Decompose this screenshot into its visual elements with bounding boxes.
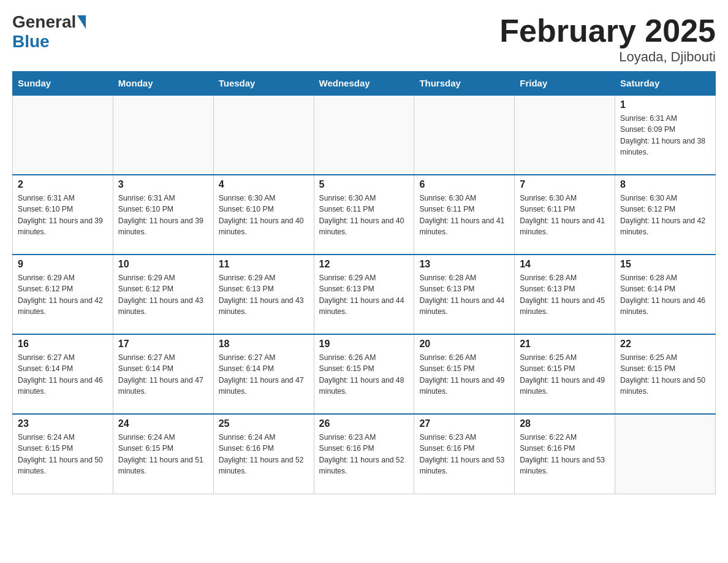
day-header-monday: Monday: [113, 72, 213, 96]
calendar-cell: 1Sunrise: 6:31 AMSunset: 6:09 PMDaylight…: [615, 95, 716, 175]
day-number: 11: [219, 259, 309, 270]
calendar-week-1: 1Sunrise: 6:31 AMSunset: 6:09 PMDaylight…: [13, 95, 716, 175]
calendar-cell: 24Sunrise: 6:24 AMSunset: 6:15 PMDayligh…: [113, 414, 213, 494]
day-number: 8: [620, 179, 710, 190]
calendar-cell: 19Sunrise: 6:26 AMSunset: 6:15 PMDayligh…: [314, 334, 414, 414]
day-info: Sunrise: 6:30 AMSunset: 6:12 PMDaylight:…: [620, 193, 710, 237]
calendar-cell: [113, 95, 213, 175]
day-number: 24: [118, 418, 208, 429]
logo-triangle-icon: [77, 15, 86, 29]
logo: General Blue: [12, 12, 87, 52]
day-header-wednesday: Wednesday: [314, 72, 414, 96]
logo-general-text: General: [12, 12, 76, 32]
calendar-cell: 13Sunrise: 6:28 AMSunset: 6:13 PMDayligh…: [414, 255, 515, 334]
day-number: 23: [18, 418, 108, 429]
day-number: 6: [419, 179, 509, 190]
day-info: Sunrise: 6:25 AMSunset: 6:15 PMDaylight:…: [520, 352, 610, 397]
calendar-cell: 6Sunrise: 6:30 AMSunset: 6:11 PMDaylight…: [414, 175, 515, 255]
day-number: 18: [219, 339, 309, 350]
day-info: Sunrise: 6:28 AMSunset: 6:13 PMDaylight:…: [520, 272, 610, 317]
day-header-tuesday: Tuesday: [213, 72, 314, 96]
calendar-week-3: 9Sunrise: 6:29 AMSunset: 6:12 PMDaylight…: [13, 255, 716, 334]
day-info: Sunrise: 6:31 AMSunset: 6:10 PMDaylight:…: [18, 193, 108, 237]
calendar-cell: 14Sunrise: 6:28 AMSunset: 6:13 PMDayligh…: [515, 255, 615, 334]
calendar-cell: 3Sunrise: 6:31 AMSunset: 6:10 PMDaylight…: [113, 175, 213, 255]
day-number: 17: [118, 339, 208, 350]
day-header-sunday: Sunday: [13, 72, 113, 96]
calendar-cell: 10Sunrise: 6:29 AMSunset: 6:12 PMDayligh…: [113, 255, 213, 334]
day-number: 3: [118, 179, 208, 190]
day-info: Sunrise: 6:24 AMSunset: 6:15 PMDaylight:…: [118, 432, 208, 477]
calendar-cell: 22Sunrise: 6:25 AMSunset: 6:15 PMDayligh…: [615, 334, 716, 414]
day-info: Sunrise: 6:27 AMSunset: 6:14 PMDaylight:…: [219, 352, 309, 397]
calendar-cell: [615, 414, 716, 494]
day-info: Sunrise: 6:26 AMSunset: 6:15 PMDaylight:…: [419, 352, 509, 397]
calendar-cell: 15Sunrise: 6:28 AMSunset: 6:14 PMDayligh…: [615, 255, 716, 334]
day-number: 27: [419, 418, 509, 429]
day-info: Sunrise: 6:30 AMSunset: 6:11 PMDaylight:…: [319, 193, 409, 237]
day-header-friday: Friday: [515, 72, 615, 96]
day-number: 12: [319, 259, 409, 270]
calendar-cell: 23Sunrise: 6:24 AMSunset: 6:15 PMDayligh…: [13, 414, 113, 494]
calendar-cell: 26Sunrise: 6:23 AMSunset: 6:16 PMDayligh…: [314, 414, 414, 494]
calendar-cell: 21Sunrise: 6:25 AMSunset: 6:15 PMDayligh…: [515, 334, 615, 414]
day-number: 7: [520, 179, 610, 190]
day-number: 14: [520, 259, 610, 270]
calendar-cell: [314, 95, 414, 175]
day-info: Sunrise: 6:29 AMSunset: 6:12 PMDaylight:…: [118, 272, 208, 317]
day-number: 22: [620, 339, 710, 350]
title-area: February 2025 Loyada, Djibouti: [499, 12, 716, 65]
calendar-cell: 5Sunrise: 6:30 AMSunset: 6:11 PMDaylight…: [314, 175, 414, 255]
day-header-saturday: Saturday: [615, 72, 716, 96]
calendar-cell: 18Sunrise: 6:27 AMSunset: 6:14 PMDayligh…: [213, 334, 314, 414]
calendar-week-2: 2Sunrise: 6:31 AMSunset: 6:10 PMDaylight…: [13, 175, 716, 255]
day-header-thursday: Thursday: [414, 72, 515, 96]
calendar-table: SundayMondayTuesdayWednesdayThursdayFrid…: [12, 71, 716, 494]
calendar-cell: 20Sunrise: 6:26 AMSunset: 6:15 PMDayligh…: [414, 334, 515, 414]
day-number: 1: [620, 99, 710, 110]
calendar-cell: [515, 95, 615, 175]
day-number: 15: [620, 259, 710, 270]
day-info: Sunrise: 6:31 AMSunset: 6:10 PMDaylight:…: [118, 193, 208, 237]
day-number: 9: [18, 259, 108, 270]
day-info: Sunrise: 6:30 AMSunset: 6:10 PMDaylight:…: [219, 193, 309, 237]
calendar-cell: 8Sunrise: 6:30 AMSunset: 6:12 PMDaylight…: [615, 175, 716, 255]
day-info: Sunrise: 6:30 AMSunset: 6:11 PMDaylight:…: [520, 193, 610, 237]
day-info: Sunrise: 6:27 AMSunset: 6:14 PMDaylight:…: [18, 352, 108, 397]
day-info: Sunrise: 6:23 AMSunset: 6:16 PMDaylight:…: [319, 432, 409, 477]
day-number: 25: [219, 418, 309, 429]
page-header: General Blue February 2025 Loyada, Djibo…: [12, 12, 716, 65]
day-info: Sunrise: 6:28 AMSunset: 6:13 PMDaylight:…: [419, 272, 509, 317]
day-number: 5: [319, 179, 409, 190]
calendar-cell: [414, 95, 515, 175]
day-info: Sunrise: 6:22 AMSunset: 6:16 PMDaylight:…: [520, 432, 610, 477]
day-info: Sunrise: 6:26 AMSunset: 6:15 PMDaylight:…: [319, 352, 409, 397]
day-info: Sunrise: 6:28 AMSunset: 6:14 PMDaylight:…: [620, 272, 710, 317]
calendar-week-5: 23Sunrise: 6:24 AMSunset: 6:15 PMDayligh…: [13, 414, 716, 494]
day-number: 4: [219, 179, 309, 190]
day-info: Sunrise: 6:29 AMSunset: 6:13 PMDaylight:…: [219, 272, 309, 317]
calendar-cell: 9Sunrise: 6:29 AMSunset: 6:12 PMDaylight…: [13, 255, 113, 334]
day-info: Sunrise: 6:31 AMSunset: 6:09 PMDaylight:…: [620, 113, 710, 158]
calendar-cell: 28Sunrise: 6:22 AMSunset: 6:16 PMDayligh…: [515, 414, 615, 494]
day-number: 2: [18, 179, 108, 190]
location: Loyada, Djibouti: [499, 49, 716, 65]
day-number: 26: [319, 418, 409, 429]
calendar-cell: 2Sunrise: 6:31 AMSunset: 6:10 PMDaylight…: [13, 175, 113, 255]
day-info: Sunrise: 6:24 AMSunset: 6:16 PMDaylight:…: [219, 432, 309, 477]
day-number: 20: [419, 339, 509, 350]
day-number: 16: [18, 339, 108, 350]
calendar-cell: 11Sunrise: 6:29 AMSunset: 6:13 PMDayligh…: [213, 255, 314, 334]
calendar-cell: 27Sunrise: 6:23 AMSunset: 6:16 PMDayligh…: [414, 414, 515, 494]
logo-blue-text: Blue: [12, 32, 50, 51]
month-title: February 2025: [499, 12, 716, 49]
day-number: 13: [419, 259, 509, 270]
day-info: Sunrise: 6:24 AMSunset: 6:15 PMDaylight:…: [18, 432, 108, 477]
day-number: 19: [319, 339, 409, 350]
calendar-cell: 25Sunrise: 6:24 AMSunset: 6:16 PMDayligh…: [213, 414, 314, 494]
calendar-header: SundayMondayTuesdayWednesdayThursdayFrid…: [13, 72, 716, 96]
day-number: 10: [118, 259, 208, 270]
day-info: Sunrise: 6:29 AMSunset: 6:13 PMDaylight:…: [319, 272, 409, 317]
calendar-cell: 16Sunrise: 6:27 AMSunset: 6:14 PMDayligh…: [13, 334, 113, 414]
day-info: Sunrise: 6:29 AMSunset: 6:12 PMDaylight:…: [18, 272, 108, 317]
